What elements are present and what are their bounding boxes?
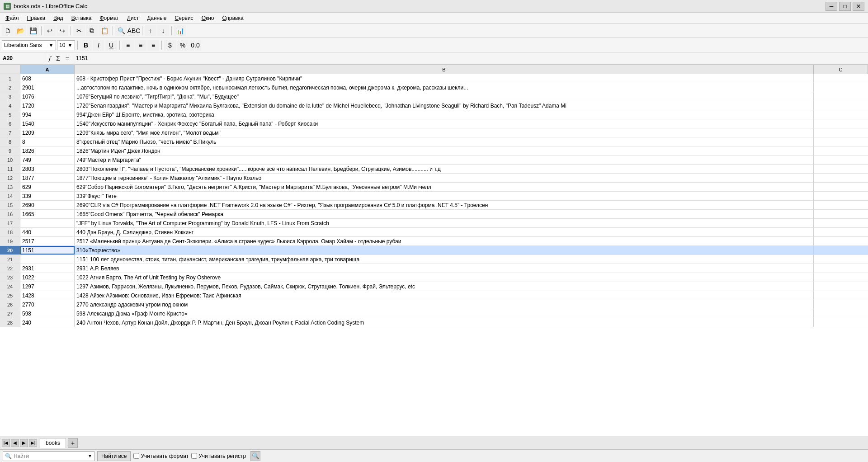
table-row[interactable]: 201151 310«Творчество» (0, 246, 868, 255)
cell-b[interactable]: 608 - Кристофер Прист "Престиж" - Борис … (75, 74, 814, 83)
cell-b[interactable]: "JFF" by Linus Torvalds, "The Art of Com… (75, 219, 814, 227)
align-left-button[interactable]: ≡ (122, 40, 134, 51)
table-row[interactable]: 417201720"Белая гвардия", "Мастер и Марг… (0, 101, 868, 110)
cell-a[interactable]: 1826 (20, 146, 75, 155)
cell-b[interactable]: 1297 Азимов, Гаррисон, Желязны, Лукьянен… (75, 282, 814, 291)
cell-a[interactable]: 1540 (20, 119, 75, 128)
cell-a[interactable]: 8 (20, 137, 75, 146)
cell-a[interactable]: 1720 (20, 101, 75, 110)
font-name-dropdown[interactable]: Liberation Sans ▼ (2, 40, 56, 50)
cell-c[interactable] (814, 300, 868, 309)
decimal-button[interactable]: 0.0 (189, 40, 201, 51)
cell-a[interactable]: 339 (20, 192, 75, 200)
function-wizard-icon[interactable]: 𝑓 (47, 54, 52, 63)
cell-c[interactable] (814, 201, 868, 209)
cell-c[interactable] (814, 146, 868, 155)
cell-c[interactable] (814, 282, 868, 291)
table-row[interactable]: 27598 598 Александр Дюма «Граф Монте-Кри… (0, 309, 868, 318)
cell-c[interactable] (814, 110, 868, 119)
table-row[interactable]: 14339 339"Фауст" Гете (0, 192, 868, 201)
paste-button[interactable]: 📋 (99, 25, 110, 36)
table-row[interactable]: 22901...автостопом по галактике, ночь в … (0, 83, 868, 92)
sort-desc-button[interactable]: ↓ (157, 25, 169, 36)
cell-c[interactable] (814, 128, 868, 137)
table-row[interactable]: 17 "JFF" by Linus Torvalds, "The Art of … (0, 219, 868, 228)
cell-c[interactable] (814, 156, 868, 164)
table-row[interactable]: 211151 100 лет одиночества, стоик, титан… (0, 255, 868, 264)
cell-a[interactable]: 2690 (20, 201, 75, 209)
cell-c[interactable] (814, 210, 868, 218)
cell-c[interactable] (814, 273, 868, 282)
case-option[interactable]: Учитывать регистр (191, 453, 246, 459)
cell-b[interactable]: 1877"Поющие в терновнике" - Колин Маккал… (75, 174, 814, 182)
table-row[interactable]: 28240 240 Антон Чехов, Артур Конан Дойл,… (0, 318, 868, 327)
cell-c[interactable] (814, 92, 868, 101)
find-all-button[interactable]: Найти все (97, 451, 131, 461)
titlebar-controls[interactable]: ─ □ ✕ (826, 2, 864, 11)
search-close-button[interactable]: 🔍 (250, 451, 260, 461)
table-row[interactable]: 5994 994"Джен Ейр" Ш.Бронте, мистика, эр… (0, 110, 868, 119)
cell-c[interactable] (814, 237, 868, 245)
search-input-box[interactable]: 🔍 ▼ (3, 451, 94, 461)
cell-a[interactable]: 1151 (20, 246, 75, 255)
cell-b[interactable]: 1540"Искусство манипуляции" - Хенрик Фек… (75, 119, 814, 128)
cell-a[interactable]: 440 (20, 228, 75, 236)
format-option[interactable]: Учитывать формат (133, 453, 189, 459)
table-row[interactable]: 1608 608 - Кристофер Прист "Престиж" - Б… (0, 74, 868, 83)
percent-button[interactable]: % (177, 40, 189, 51)
cell-a[interactable]: 1665 (20, 210, 75, 218)
cell-c[interactable] (814, 165, 868, 173)
cell-c[interactable] (814, 101, 868, 110)
table-row[interactable]: 18440 440 Дэн Браун, Д. Сэлинджер, Стиве… (0, 228, 868, 237)
cell-c[interactable] (814, 246, 868, 255)
cell-reference[interactable]: A20 (0, 52, 45, 65)
sheet-first-btn[interactable]: |◀ (2, 439, 10, 447)
cell-b[interactable]: 598 Александр Дюма «Граф Монте-Кристо» (75, 309, 814, 318)
cell-b[interactable]: 629"Собор Парижской Богоматери" В.Гюго, … (75, 183, 814, 191)
cell-a[interactable] (20, 219, 75, 227)
new-button[interactable]: 🗋 (2, 25, 14, 36)
maximize-button[interactable]: □ (839, 2, 851, 11)
cell-b[interactable]: ...автостопом по галактике, ночь в одино… (75, 83, 814, 92)
cut-button[interactable]: ✂ (73, 25, 85, 36)
cell-a[interactable]: 1076 (20, 92, 75, 101)
cell-a[interactable] (20, 255, 75, 264)
cell-b[interactable]: 994"Джен Ейр" Ш.Бронте, мистика, эротика… (75, 110, 814, 119)
cell-b[interactable]: 1720"Белая гвардия", "Мастер и Маргарита… (75, 101, 814, 110)
menu-tools[interactable]: Сервис (171, 13, 197, 23)
menu-format[interactable]: Формат (96, 13, 123, 23)
cell-b[interactable]: 1076"Бегущий по лезвию", "Тигр!Тигр!", "… (75, 92, 814, 101)
copy-button[interactable]: ⧉ (86, 25, 98, 36)
cell-b[interactable]: 1826"Мартин Иден" Джек Лондон (75, 146, 814, 155)
table-row[interactable]: 2514281428 Айзек Айзимов: Основание, Ива… (0, 291, 868, 300)
cell-c[interactable] (814, 318, 868, 327)
cell-b[interactable]: 1209"Князь мира сего", "Имя моё легион",… (75, 128, 814, 137)
cell-a[interactable]: 749 (20, 156, 75, 164)
redo-button[interactable]: ↪ (57, 25, 68, 36)
align-right-button[interactable]: ≡ (147, 40, 159, 51)
cell-b[interactable]: 1022 Агния Барто, The Art of Unit Testin… (75, 273, 814, 282)
cell-a[interactable]: 1877 (20, 174, 75, 182)
cell-a[interactable]: 608 (20, 74, 75, 83)
font-size-dropdown[interactable]: 10 ▼ (57, 40, 75, 50)
table-row[interactable]: 1616651665"Good Omens" Пратчетта, "Черны… (0, 210, 868, 219)
cell-a[interactable]: 2517 (20, 237, 75, 245)
search-input[interactable] (14, 453, 86, 459)
table-row[interactable]: 2627702770 александр адаскевич утром под… (0, 300, 868, 309)
case-checkbox[interactable] (191, 453, 197, 459)
cell-b[interactable]: 8"крестный отец" Марио Пьюзо, "честь име… (75, 137, 814, 146)
table-row[interactable]: 2229312931 А.Р. Беляев (0, 264, 868, 273)
cell-a[interactable]: 1297 (20, 282, 75, 291)
cell-b[interactable]: 339"Фауст" Гете (75, 192, 814, 200)
minimize-button[interactable]: ─ (826, 2, 837, 11)
menu-view[interactable]: Вид (50, 13, 67, 23)
cell-b[interactable]: 749"Мастер и Маргарита" (75, 156, 814, 164)
cell-b[interactable]: 2690"CLR via C# Программирование на плат… (75, 201, 814, 209)
sheet-last-btn[interactable]: ▶| (29, 439, 37, 447)
cell-b[interactable]: 2931 А.Р. Беляев (75, 264, 814, 273)
cell-c[interactable] (814, 255, 868, 264)
table-row[interactable]: 88 8"крестный отец" Марио Пьюзо, "честь … (0, 137, 868, 146)
cell-a[interactable]: 1428 (20, 291, 75, 300)
cell-c[interactable] (814, 74, 868, 83)
sort-asc-button[interactable]: ↑ (145, 25, 156, 36)
